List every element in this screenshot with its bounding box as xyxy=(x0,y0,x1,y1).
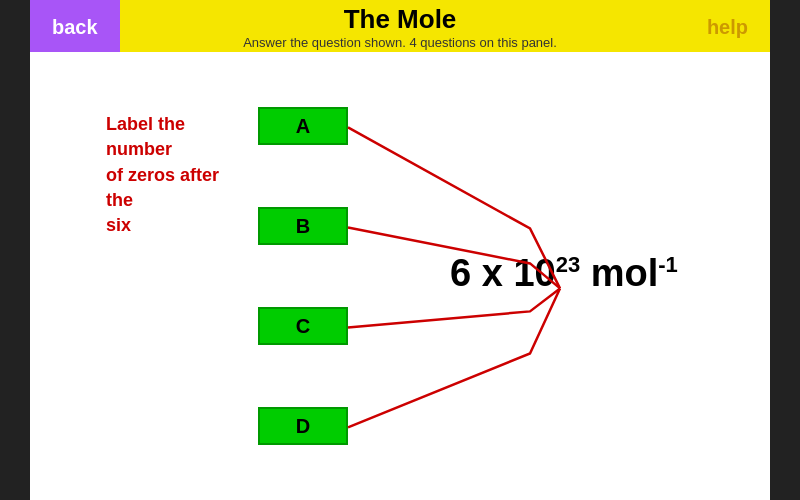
app-container: back The Mole Answer the question shown.… xyxy=(30,0,770,500)
main-content: Label the number of zeros after the six … xyxy=(30,52,770,500)
help-button[interactable]: help xyxy=(685,0,770,55)
formula-display: 6 x 1023 mol-1 xyxy=(450,252,678,295)
formula-exponent: 23 xyxy=(556,253,580,278)
answer-box-d[interactable]: D xyxy=(258,407,348,445)
back-button[interactable]: back xyxy=(30,0,120,55)
title-area: The Mole Answer the question shown. 4 qu… xyxy=(243,0,557,52)
formula-base: 6 x 10 xyxy=(450,252,556,294)
answer-box-c[interactable]: C xyxy=(258,307,348,345)
question-label: Label the number of zeros after the six xyxy=(106,112,251,238)
header: back The Mole Answer the question shown.… xyxy=(30,0,770,52)
page-title: The Mole xyxy=(344,4,457,35)
answer-box-a[interactable]: A xyxy=(258,107,348,145)
subtitle: Answer the question shown. 4 questions o… xyxy=(243,35,557,50)
answer-box-b[interactable]: B xyxy=(258,207,348,245)
formula-unit-exp: -1 xyxy=(658,253,678,278)
formula-unit: mol xyxy=(580,252,658,294)
